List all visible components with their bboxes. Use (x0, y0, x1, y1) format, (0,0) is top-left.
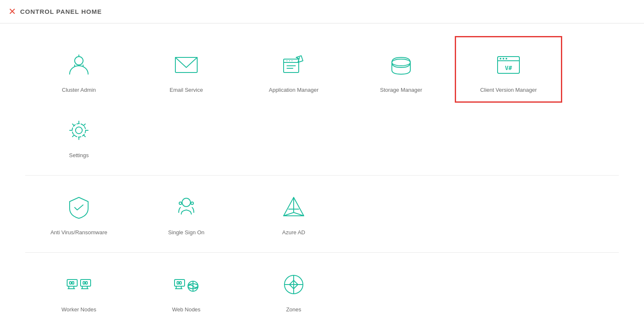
section-3: Worker Nodes Web Nodes (25, 257, 619, 321)
cluster-admin-item[interactable]: Cluster Admin (25, 36, 133, 103)
web-nodes-icon (171, 269, 201, 300)
zones-label: Zones (286, 306, 301, 313)
client-version-manager-label: Client Version Manager (480, 87, 537, 93)
application-manager-label: Application Manager (269, 87, 319, 93)
svg-rect-30 (72, 282, 74, 284)
svg-line-54 (289, 285, 294, 289)
svg-point-23 (179, 202, 182, 205)
section-1: Cluster Admin Email Service (25, 36, 619, 176)
single-sign-on-icon (171, 192, 201, 223)
svg-point-13 (392, 59, 410, 66)
email-service-label: Email Service (169, 87, 203, 93)
settings-item[interactable]: Settings (25, 103, 133, 167)
svg-point-17 (503, 58, 504, 60)
worker-nodes-icon (64, 269, 94, 300)
azure-ad-item[interactable]: Azure AD (240, 180, 347, 244)
worker-nodes-label: Worker Nodes (62, 306, 96, 313)
svg-line-55 (294, 285, 298, 289)
single-sign-on-item[interactable]: Single Sign On (133, 180, 240, 244)
storage-manager-item[interactable]: Storage Manager (347, 36, 455, 103)
anti-virus-item[interactable]: Anti Virus/Ransomware (25, 180, 133, 244)
storage-manager-icon (386, 50, 416, 80)
main-content: Cluster Admin Email Service (0, 23, 644, 321)
svg-text:V#: V# (505, 65, 512, 71)
zones-item[interactable]: Zones (240, 257, 347, 321)
client-version-manager-icon: V# (493, 50, 524, 80)
anti-virus-icon (64, 192, 94, 223)
section-2: Anti Virus/Ransomware Single Sign On (25, 180, 619, 253)
svg-rect-35 (83, 282, 85, 284)
svg-point-18 (506, 58, 507, 60)
application-manager-item[interactable]: Application Manager (240, 36, 347, 103)
settings-label: Settings (69, 152, 89, 158)
svg-point-16 (500, 58, 501, 60)
svg-rect-36 (86, 282, 87, 284)
web-nodes-label: Web Nodes (172, 306, 201, 313)
storage-manager-label: Storage Manager (380, 87, 422, 93)
azure-ad-icon (279, 192, 309, 223)
email-service-item[interactable]: Email Service (133, 36, 240, 103)
svg-rect-42 (180, 282, 181, 284)
app-logo-icon: ✕ (8, 6, 16, 17)
worker-nodes-item[interactable]: Worker Nodes (25, 257, 133, 321)
svg-point-20 (76, 127, 82, 134)
zones-icon (279, 269, 309, 300)
client-version-manager-item[interactable]: V# Client Version Manager (455, 36, 562, 103)
svg-rect-29 (70, 282, 71, 284)
web-nodes-item[interactable]: Web Nodes (133, 257, 240, 321)
application-manager-icon (279, 50, 309, 80)
cluster-admin-label: Cluster Admin (62, 87, 96, 93)
anti-virus-label: Anti Virus/Ransomware (50, 229, 107, 236)
single-sign-on-label: Single Sign On (168, 229, 205, 236)
app-header: ✕ CONTROL PANEL HOME (0, 0, 644, 23)
cluster-admin-icon (64, 50, 94, 80)
azure-ad-label: Azure AD (282, 229, 305, 236)
svg-line-53 (289, 280, 294, 285)
svg-rect-4 (175, 57, 197, 72)
svg-point-22 (182, 198, 190, 207)
settings-icon (64, 115, 94, 145)
app-title: CONTROL PANEL HOME (20, 8, 102, 15)
svg-point-24 (191, 202, 193, 205)
svg-rect-41 (177, 282, 179, 284)
svg-point-0 (75, 57, 83, 65)
svg-line-52 (294, 280, 298, 285)
email-service-icon (171, 50, 201, 80)
